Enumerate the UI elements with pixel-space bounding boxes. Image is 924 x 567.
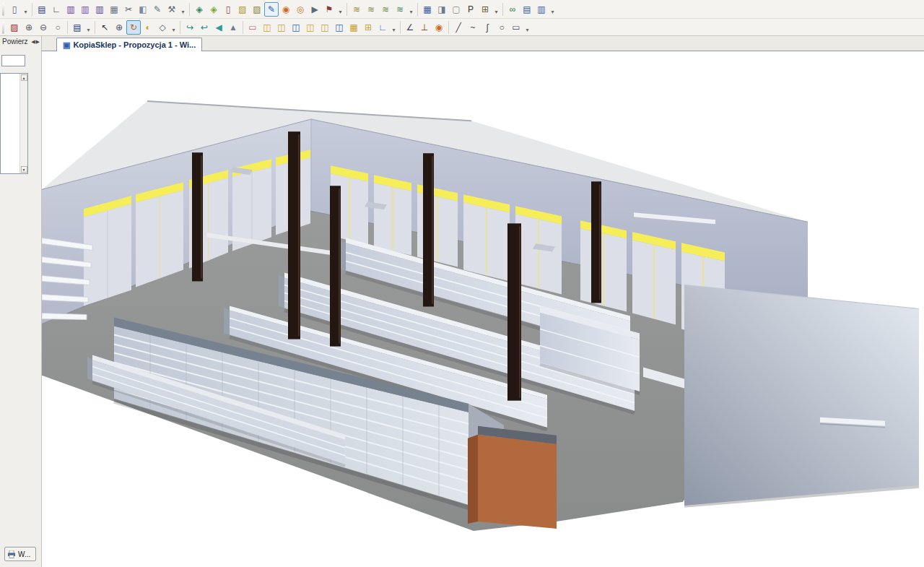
delete-area-icon[interactable]: ▨ xyxy=(7,20,22,35)
orbit-right-icon[interactable]: ↩ xyxy=(197,20,212,35)
zoom-window-icon[interactable]: ⊕ xyxy=(112,20,126,35)
main-area: Powierz ◀ ▶ ▲ ▼ W... xyxy=(0,36,924,567)
grid-search-icon[interactable]: ▦ xyxy=(107,2,121,17)
report-a-icon[interactable]: ▨ xyxy=(235,2,250,17)
fixture-shelf-icon[interactable]: ◫ xyxy=(303,20,318,35)
paint-icon[interactable]: P xyxy=(463,2,478,17)
block-add-icon[interactable]: ◈ xyxy=(206,2,221,17)
view-up-icon[interactable]: ▲ xyxy=(226,20,240,35)
zoom-in-icon[interactable]: ⊕ xyxy=(22,20,36,35)
new-plan-icon[interactable]: ▯ xyxy=(7,2,22,17)
document-tab[interactable]: ▣ KopiaSklep - Propozycja 1 - Wi... xyxy=(56,38,202,51)
stats-2-icon[interactable]: ≋ xyxy=(364,2,378,17)
report-b-icon[interactable]: ▨ xyxy=(250,2,264,17)
toolbar-overflow-button[interactable]: ▾ xyxy=(170,20,178,35)
toolbar-overflow-button[interactable]: ▾ xyxy=(22,2,30,17)
toolbar-overflow-button[interactable]: ▾ xyxy=(523,20,531,35)
rectangle-tool-icon[interactable]: ▭ xyxy=(509,20,523,35)
orbit-icon[interactable]: ↻ xyxy=(126,20,141,35)
polyline-tool-icon[interactable]: ~ xyxy=(466,20,480,35)
print-view-button[interactable]: W... xyxy=(4,547,36,561)
export-doc-icon[interactable]: ◨ xyxy=(435,2,449,17)
document-icon[interactable]: ▢ xyxy=(449,2,463,17)
stats-3-icon[interactable]: ≋ xyxy=(378,2,393,17)
3d-viewport[interactable] xyxy=(42,51,924,567)
stats-1-icon[interactable]: ≋ xyxy=(349,2,364,17)
toolbar-overflow-button[interactable]: ▾ xyxy=(549,2,557,17)
toolbar-grip[interactable] xyxy=(2,3,4,16)
link-icon[interactable]: ∞ xyxy=(505,2,520,17)
database-view-icon[interactable]: ▥ xyxy=(92,2,107,17)
panel-listbox[interactable]: ▲ ▼ xyxy=(0,73,28,174)
printer-icon xyxy=(7,550,16,558)
toolbar-separator xyxy=(95,21,95,34)
fixture-rack-icon[interactable]: ◫ xyxy=(332,20,346,35)
stats-4-icon[interactable]: ≋ xyxy=(393,2,407,17)
target-icon[interactable]: ◉ xyxy=(279,2,293,17)
zoom-out-icon[interactable]: ⊖ xyxy=(36,20,51,35)
copy-plan-icon[interactable]: ◧ xyxy=(136,2,150,17)
panel-header: Powierz ◀ ▶ xyxy=(2,38,40,46)
flag-icon[interactable]: ⚑ xyxy=(322,2,336,17)
toolbar-overflow-button[interactable]: ▾ xyxy=(179,2,187,17)
toolbar-overflow-button[interactable]: ▾ xyxy=(84,20,92,35)
toolbar-separator xyxy=(243,21,243,34)
view-left-icon[interactable]: ◀ xyxy=(212,20,226,35)
panel-list-items xyxy=(1,74,19,173)
database-edit-icon[interactable]: ▥ xyxy=(78,2,92,17)
fixture-counter-icon[interactable]: ◫ xyxy=(318,20,332,35)
rotate-view-icon[interactable]: ◎ xyxy=(293,2,308,17)
pallet-icon[interactable]: ▦ xyxy=(346,20,361,35)
select-icon[interactable]: ↖ xyxy=(97,20,112,35)
hierarchy-icon[interactable]: ⊥ xyxy=(417,20,432,35)
tools-icon[interactable]: ⚒ xyxy=(165,2,179,17)
panel-prev-icon[interactable]: ◀ xyxy=(31,39,35,45)
toolbar-grip[interactable] xyxy=(2,21,4,34)
zoom-extents-icon[interactable]: ○ xyxy=(51,20,65,35)
calendar-grid-icon[interactable]: ⊞ xyxy=(361,20,375,35)
panel-list-scrollbar[interactable]: ▲ ▼ xyxy=(19,74,27,173)
scroll-down-icon[interactable]: ▼ xyxy=(21,166,27,173)
panel-search-input[interactable] xyxy=(1,55,25,66)
partition-wall xyxy=(684,285,919,505)
cut-icon[interactable]: ✂ xyxy=(121,2,136,17)
fixture-gondola-icon[interactable]: ◫ xyxy=(274,20,289,35)
checkout-counter xyxy=(468,426,557,529)
catalog-icon[interactable]: ▤ xyxy=(70,20,84,35)
open-project-icon[interactable]: ▤ xyxy=(35,2,49,17)
angle-icon[interactable]: ∠ xyxy=(403,20,417,35)
marker-icon[interactable]: ◉ xyxy=(432,20,446,35)
circle-tool-icon[interactable]: ○ xyxy=(494,20,509,35)
print-layout-icon[interactable]: ⊞ xyxy=(478,2,492,17)
print-view-button-label: W... xyxy=(18,550,30,558)
corner-tool-icon[interactable]: ∟ xyxy=(49,2,64,17)
toolbar-overflow-button[interactable]: ▾ xyxy=(336,2,344,17)
open-room-icon[interactable]: ▭ xyxy=(245,20,260,35)
grid-a-icon[interactable]: ▤ xyxy=(520,2,534,17)
pan-icon[interactable]: ◇ xyxy=(155,20,170,35)
grid-b-icon[interactable]: ▥ xyxy=(534,2,549,17)
draw-icon[interactable]: ✎ xyxy=(150,2,165,17)
panel-next-icon[interactable]: ▶ xyxy=(36,39,40,45)
toolbar-separator xyxy=(417,3,418,16)
fixture-blue-icon[interactable]: ◫ xyxy=(289,20,303,35)
table-icon[interactable]: ▦ xyxy=(420,2,435,17)
document-area: ▣ KopiaSklep - Propozycja 1 - Wi... xyxy=(42,36,924,567)
document-tab-label: KopiaSklep - Propozycja 1 - Wi... xyxy=(73,40,196,49)
toolbar-overflow-button[interactable]: ▾ xyxy=(390,20,398,35)
notebook-icon[interactable]: ▯ xyxy=(221,2,235,17)
spline-tool-icon[interactable]: ʃ xyxy=(480,20,494,35)
line-tool-icon[interactable]: ╱ xyxy=(451,20,466,35)
toolbar-overflow-button[interactable]: ▾ xyxy=(407,2,415,17)
orbit-left-icon[interactable]: ↪ xyxy=(183,20,197,35)
edit-mode-icon[interactable]: ✎ xyxy=(264,2,279,17)
play-icon[interactable]: ▶ xyxy=(308,2,322,17)
block-3d-icon[interactable]: ◈ xyxy=(192,2,206,17)
fixture-wall-icon[interactable]: ◫ xyxy=(260,20,274,35)
database-blocks-icon[interactable]: ▥ xyxy=(64,2,78,17)
scroll-up-icon[interactable]: ▲ xyxy=(21,74,27,81)
toolbar-overflow-button[interactable]: ▾ xyxy=(492,2,500,17)
lamp-icon[interactable]: ◐ xyxy=(141,20,155,35)
3d-scene-canvas[interactable] xyxy=(42,51,924,567)
ruler-icon[interactable]: ∟ xyxy=(375,20,390,35)
